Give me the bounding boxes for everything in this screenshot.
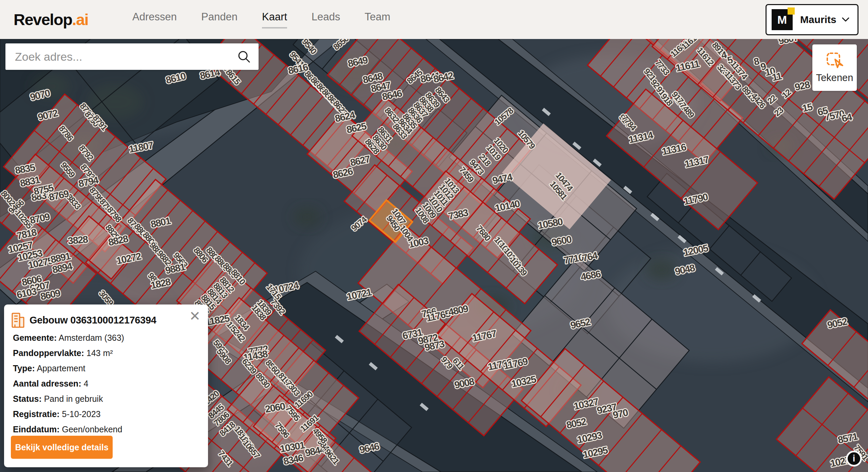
nav-item-leads[interactable]: Leads	[312, 11, 340, 28]
draw-tool-button[interactable]: Tekenen	[812, 44, 857, 91]
field-pandoppervlakte: Pandoppervlakte: 143 m²	[13, 348, 124, 358]
avatar: M	[772, 9, 793, 30]
draw-tool-label: Tekenen	[816, 72, 853, 83]
building-icon	[11, 312, 25, 328]
draw-selection-icon	[826, 52, 844, 69]
nav-item-adressen[interactable]: Adressen	[132, 11, 177, 28]
field-registratie: Registratie: 5-10-2023	[13, 409, 124, 419]
search-icon[interactable]	[237, 50, 251, 64]
logo-text: Revelop	[14, 11, 72, 28]
field-gemeente: Gemeente: Amsterdam (363)	[13, 333, 124, 342]
close-icon[interactable]: ✕	[189, 309, 201, 323]
avatar-initial: M	[777, 13, 787, 26]
nav-item-kaart[interactable]: Kaart	[262, 11, 287, 28]
parcel-label: 3828	[68, 234, 89, 246]
search-input[interactable]	[14, 50, 237, 64]
info-icon[interactable]: i	[846, 451, 862, 467]
field-status: Status: Pand in gebruik	[13, 394, 124, 404]
top-nav-bar: Revelop.ai Adressen Panden Kaart Leads T…	[0, 0, 868, 39]
building-detail-popup: Gebouw 0363100012176394 ✕ Gemeente: Amst…	[4, 304, 208, 467]
main-nav: Adressen Panden Kaart Leads Team	[132, 11, 390, 28]
popup-fields: Gemeente: Amsterdam (363) Pandoppervlakt…	[13, 333, 124, 440]
field-type: Type: Appartement	[13, 363, 124, 373]
user-menu-button[interactable]: M Maurits	[766, 4, 858, 35]
field-einddatum: Einddatum: Geen/onbekend	[13, 425, 124, 434]
chevron-down-icon	[841, 16, 851, 23]
user-name: Maurits	[800, 14, 836, 25]
address-search	[5, 43, 259, 70]
nav-item-team[interactable]: Team	[365, 11, 391, 28]
logo-suffix: .ai	[72, 11, 88, 28]
popup-title: Gebouw 0363100012176394	[30, 315, 156, 326]
status-badge	[788, 7, 795, 15]
app-window: 9070907286101180795409541865086498613861…	[0, 0, 868, 472]
field-aantal-adressen: Aantal adressen: 4	[13, 379, 124, 388]
view-details-button[interactable]: Bekijk volledige details	[11, 436, 113, 459]
nav-item-panden[interactable]: Panden	[201, 11, 238, 28]
app-logo[interactable]: Revelop.ai	[14, 10, 88, 29]
